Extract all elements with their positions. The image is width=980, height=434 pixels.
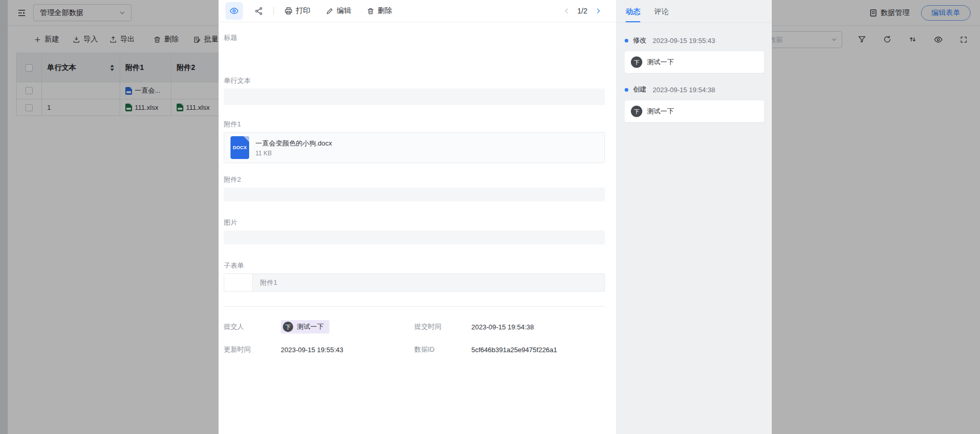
meta-submitter: 提交人 下 测试一下: [224, 320, 414, 334]
pager-count: 1/2: [578, 7, 587, 15]
print-label: 打印: [296, 6, 310, 16]
field-label: 附件1: [224, 120, 605, 129]
delete-record-button[interactable]: 删除: [367, 6, 392, 16]
field-label: 标题: [224, 33, 605, 42]
prev-record-icon[interactable]: [563, 7, 570, 15]
field-attachment-1: 附件1 DOCX 一直会变颜色的小狗.docx 11 KB: [224, 120, 605, 163]
share-button[interactable]: [254, 7, 263, 16]
meta-value: 2023-09-15 19:54:38: [471, 323, 534, 331]
bullet-dot: [625, 39, 628, 42]
edit-record-label: 编辑: [337, 6, 351, 16]
meta-label: 提交时间: [414, 322, 471, 331]
meta-row: 提交人 下 测试一下 提交时间 2023-09-15 19:54:38: [224, 320, 605, 334]
field-image: 图片: [224, 218, 605, 244]
activity-item: 修改 2023-09-15 19:55:43 下 测试一下: [625, 36, 764, 73]
avatar: 下: [631, 106, 642, 117]
activity-user-card: 下 测试一下: [625, 100, 764, 122]
field-text: 单行文本: [224, 76, 605, 105]
record-meta: 提交人 下 测试一下 提交时间 2023-09-15 19:54:38 更新时间: [224, 320, 605, 354]
record-pager: 1/2: [563, 7, 602, 15]
field-label: 附件2: [224, 175, 605, 184]
activity-list: 修改 2023-09-15 19:55:43 下 测试一下 创建 2023-09…: [617, 23, 772, 122]
meta-submit-time: 提交时间 2023-09-15 19:54:38: [414, 320, 605, 334]
file-name: 一直会变颜色的小狗.docx: [255, 139, 332, 148]
activity-item-header: 创建 2023-09-15 19:54:38: [625, 85, 764, 94]
pencil-icon: [326, 7, 334, 15]
file-size: 11 KB: [255, 150, 332, 157]
meta-label: 数据ID: [414, 345, 471, 354]
page: 管理全部数据 数据管理 编辑表单: [0, 0, 980, 434]
field-attachment-2: 附件2: [224, 175, 605, 201]
bullet-dot: [625, 88, 628, 92]
subform-table: 附件1: [224, 273, 605, 292]
field-subform: 子表单 附件1: [224, 261, 605, 292]
activity-user-card: 下 测试一下: [625, 51, 764, 73]
attachment-item[interactable]: DOCX 一直会变颜色的小狗.docx 11 KB: [224, 132, 605, 163]
meta-label: 更新时间: [224, 345, 281, 354]
record-detail-modal: 打印 编辑 删除 1/2 标题 单行文本: [219, 0, 616, 434]
share-icon: [254, 7, 263, 16]
printer-icon: [284, 7, 293, 15]
meta-data-id: 数据ID 5cf646b391a25e9475f226a1: [414, 345, 605, 354]
section-divider: [224, 306, 605, 307]
avatar: 下: [631, 56, 642, 68]
field-empty-value: [224, 42, 605, 76]
next-record-icon[interactable]: [595, 7, 602, 15]
docx-file-icon: DOCX: [230, 136, 249, 159]
field-label: 图片: [224, 218, 605, 227]
tab-activity-label: 动态: [626, 7, 640, 16]
avatar: 下: [283, 322, 293, 332]
tab-activity[interactable]: 动态: [626, 7, 640, 22]
subform-header-cell: 附件1: [253, 274, 604, 291]
activity-user-name: 测试一下: [647, 57, 674, 67]
meta-value: 2023-09-15 19:55:43: [281, 346, 343, 354]
activity-time: 2023-09-15 19:55:43: [653, 37, 715, 45]
eye-icon: [229, 6, 239, 16]
delete-record-label: 删除: [378, 6, 392, 16]
edit-record-button[interactable]: 编辑: [326, 6, 351, 16]
meta-label: 提交人: [224, 322, 281, 331]
activity-item: 创建 2023-09-15 19:54:38 下 测试一下: [625, 85, 764, 122]
meta-value: 5cf646b391a25e9475f226a1: [471, 346, 557, 354]
subform-index-cell: [224, 274, 253, 291]
submitter-name: 测试一下: [297, 322, 324, 331]
field-label: 单行文本: [224, 76, 605, 85]
field-empty-value: [224, 187, 605, 201]
activity-action: 修改: [633, 36, 646, 45]
record-toolbar: 打印 编辑 删除 1/2: [219, 0, 616, 22]
activity-panel: 动态 评论 修改 2023-09-15 19:55:43 下 测试一下: [616, 0, 772, 434]
activity-action: 创建: [633, 85, 646, 94]
toolbar-divider: [273, 7, 274, 15]
panel-tabs: 动态 评论: [617, 0, 772, 23]
meta-row: 更新时间 2023-09-15 19:55:43 数据ID 5cf646b391…: [224, 345, 605, 354]
field-empty-value: [224, 230, 605, 244]
tab-comments-label: 评论: [654, 7, 669, 16]
subform-column-label: 附件1: [260, 278, 277, 287]
file-ext-label: DOCX: [230, 145, 249, 150]
tab-comments[interactable]: 评论: [654, 7, 669, 22]
activity-user-name: 测试一下: [647, 107, 674, 116]
preview-toggle-button[interactable]: [225, 2, 243, 20]
activity-item-header: 修改 2023-09-15 19:55:43: [625, 36, 764, 45]
activity-time: 2023-09-15 19:54:38: [653, 86, 715, 94]
field-label: 子表单: [224, 261, 605, 270]
meta-update-time: 更新时间 2023-09-15 19:55:43: [224, 345, 414, 354]
field-title: 标题: [224, 33, 605, 76]
record-fields: 标题 单行文本 附件1 DOCX 一直会变颜色的小狗.docx 11 KB: [219, 22, 616, 434]
trash-icon: [367, 7, 374, 15]
print-button[interactable]: 打印: [284, 6, 310, 16]
submitter-chip: 下 测试一下: [281, 320, 329, 334]
field-empty-value: [224, 89, 605, 105]
file-info: 一直会变颜色的小狗.docx 11 KB: [255, 139, 332, 157]
